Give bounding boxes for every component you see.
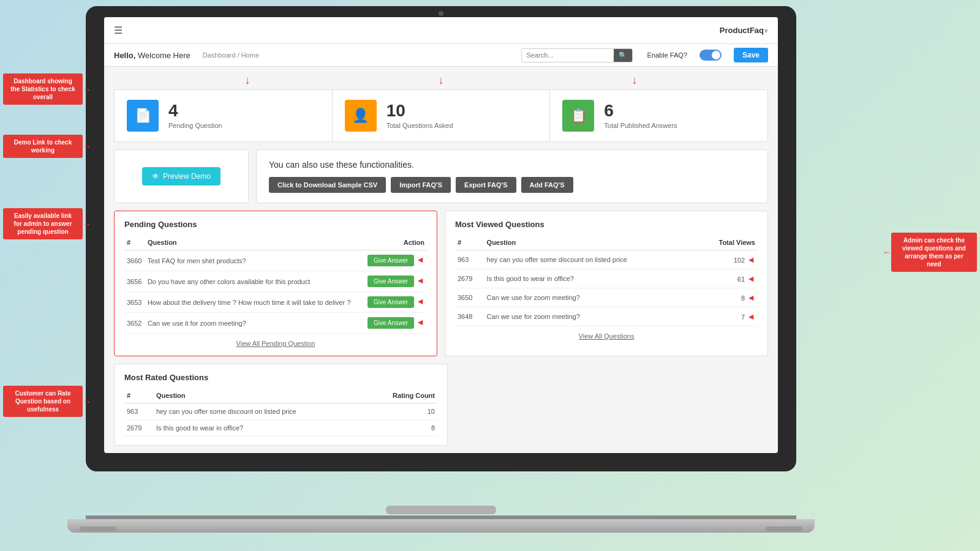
col-question-header: Question	[145, 235, 362, 250]
stat-icon-pending: 📄	[127, 100, 159, 132]
give-answer-button[interactable]: Give Answer	[368, 255, 414, 266]
download-csv-button[interactable]: Click to Download Sample CSV	[269, 177, 386, 193]
cell-action: Give Answer ◄	[362, 292, 427, 313]
cell-action: Give Answer ◄	[362, 250, 427, 271]
cell-count: 8	[368, 420, 437, 437]
table-row: 3653 How about the delivery time ? How m…	[124, 292, 427, 313]
stat-arrow-3: ↓	[632, 74, 638, 87]
hello-text: Hello, Welcome Here	[114, 51, 190, 60]
table-row: 3650 Can we use for zoom meeting? 8 ◄	[455, 288, 758, 307]
col-mr-id-header: #	[124, 388, 154, 403]
annotation-pending-link: Easily available link for admin to answe…	[3, 208, 83, 239]
table-row: 963 hey can you offer some discount on l…	[455, 250, 758, 269]
stat-arrow-1: ↓	[245, 74, 251, 87]
preview-demo-button[interactable]: 👁 Preview Demo	[142, 167, 221, 186]
search-input[interactable]	[522, 49, 614, 61]
table-row: 3660 Test FAQ for men shirt products? Gi…	[124, 250, 427, 271]
stat-arrow-2: ↓	[439, 74, 444, 87]
camera	[439, 11, 443, 16]
table-row: 2679 Is this good to wear in office? 61 …	[455, 269, 758, 288]
laptop-base	[67, 519, 815, 533]
view-all-questions-link[interactable]: View All Questions	[455, 332, 758, 340]
arrow-indicator: ◄	[416, 317, 424, 327]
laptop-foot-left	[80, 527, 116, 531]
hamburger-menu[interactable]: ☰	[114, 24, 123, 36]
eye-icon: 👁	[152, 172, 159, 181]
stat-number-pending: 4	[168, 102, 222, 119]
stats-row: 📄 4 Pending Question 👤 10 Tot	[114, 89, 768, 142]
annotation-demo: Demo Link to check working	[3, 135, 83, 158]
stat-label-total: Total Questions Asked	[386, 122, 453, 129]
pending-questions-title: Pending Questions	[124, 220, 427, 229]
give-answer-button[interactable]: Give Answer	[368, 317, 414, 329]
screen: ☰ ProductFaq ∨ Hello, Welcome Here Dashb…	[104, 17, 778, 453]
sub-navbar: Hello, Welcome Here Dashboard / Home 🔍 E…	[104, 44, 778, 67]
annotation-dashboard: Dashboard showing the Statistics to chec…	[3, 73, 83, 105]
stat-label-published: Total Published Answers	[604, 122, 677, 129]
import-faqs-button[interactable]: Import FAQ'S	[391, 177, 451, 193]
give-answer-button[interactable]: Give Answer	[368, 296, 414, 308]
arrow-indicator: ◄	[416, 255, 424, 264]
arrow-indicator: ◄	[747, 274, 755, 283]
rated-row: Most Rated Questions # Question Rating C…	[114, 364, 768, 446]
cell-id: 3650	[455, 288, 484, 307]
col-id-header: #	[124, 235, 145, 250]
col-mr-question-header: Question	[154, 388, 368, 403]
stat-total: 👤 10 Total Questions Asked	[333, 90, 551, 141]
table-row: 963 hey can you offer some discount on l…	[124, 403, 437, 420]
enable-faq-label: Enable FAQ?	[647, 51, 687, 59]
cell-views: 102 ◄	[697, 250, 758, 269]
enable-faq-toggle[interactable]	[699, 50, 722, 61]
app-container: ☰ ProductFaq ∨ Hello, Welcome Here Dashb…	[104, 17, 778, 453]
brand-chevron-icon: ∨	[764, 27, 768, 34]
func-title: You can also use these functionalities.	[269, 160, 755, 170]
cell-question: hey can you offer some discount on liste…	[484, 250, 697, 269]
preview-panel: 👁 Preview Demo	[114, 149, 249, 203]
arrow-indicator: ◄	[747, 255, 755, 264]
stat-info-pending: 4 Pending Question	[168, 102, 222, 129]
cell-question: hey can you offer some discount on liste…	[154, 403, 368, 420]
table-row: 3648 Can we use for zoom meeting? 7 ◄	[455, 307, 758, 326]
func-buttons: Click to Download Sample CSV Import FAQ'…	[269, 177, 755, 193]
cell-id: 3653	[124, 292, 145, 313]
search-button[interactable]: 🔍	[614, 49, 632, 62]
tables-row: Pending Questions # Question Action	[114, 211, 768, 356]
view-all-pending-link[interactable]: View All Pending Question	[124, 340, 427, 347]
stat-published: 📋 6 Total Published Answers	[550, 90, 767, 141]
stat-icon-published: 📋	[562, 100, 594, 132]
annotation-rate: Customer can Rate Question based on usef…	[3, 386, 83, 417]
func-panel: You can also use these functionalities. …	[256, 149, 768, 203]
save-button[interactable]: Save	[734, 48, 768, 62]
cell-id: 3656	[124, 271, 145, 292]
give-answer-button[interactable]: Give Answer	[368, 276, 414, 287]
col-mv-views-header: Total Views	[697, 235, 758, 250]
most-rated-panel: Most Rated Questions # Question Rating C…	[114, 364, 448, 446]
arrow-indicator: ◄	[747, 312, 755, 321]
cell-views: 8 ◄	[697, 288, 758, 307]
func-row: 👁 Preview Demo You can also use these fu…	[114, 149, 768, 203]
pending-questions-table: # Question Action 3660 Test FAQ for men …	[124, 235, 427, 334]
cell-id: 3652	[124, 313, 145, 334]
laptop-touchpad	[386, 506, 496, 514]
cell-views: 61 ◄	[697, 269, 758, 288]
most-viewed-table: # Question Total Views 963 hey can you o…	[455, 235, 758, 326]
cell-question: Test FAQ for men shirt products?	[145, 250, 362, 271]
pending-questions-panel: Pending Questions # Question Action	[114, 211, 437, 356]
most-rated-table: # Question Rating Count 963 hey can you …	[124, 388, 437, 437]
cell-id: 3648	[455, 307, 484, 326]
screen-bezel: ☰ ProductFaq ∨ Hello, Welcome Here Dashb…	[86, 6, 796, 471]
cell-question: Is this good to wear in office?	[154, 420, 368, 437]
main-content: ↓ ↓ ↓ 📄 4 Pending Question	[104, 67, 778, 453]
breadcrumb: Dashboard / Home	[203, 51, 259, 59]
arrow-indicator: ◄	[416, 296, 424, 306]
export-faqs-button[interactable]: Export FAQ'S	[456, 177, 516, 193]
add-faqs-button[interactable]: Add FAQ'S	[521, 177, 573, 193]
cell-id: 963	[124, 403, 154, 420]
arrow-indicator: ◄	[416, 276, 424, 285]
search-wrapper: 🔍	[521, 48, 633, 62]
col-action-header: Action	[362, 235, 427, 250]
col-mr-count-header: Rating Count	[368, 388, 437, 403]
cell-id: 2679	[124, 420, 154, 437]
cell-question: Do you have any other colors available f…	[145, 271, 362, 292]
cell-question: How about the delivery time ? How much t…	[145, 292, 362, 313]
